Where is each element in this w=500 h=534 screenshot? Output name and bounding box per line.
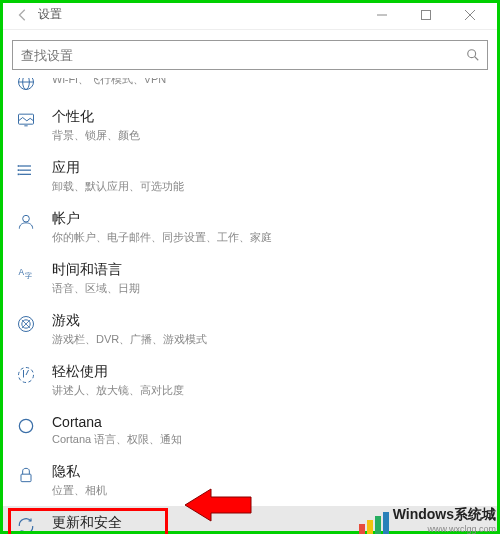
svg-point-6 — [19, 78, 34, 90]
ease-icon — [16, 365, 36, 385]
svg-point-7 — [23, 78, 30, 90]
time-icon: A字 — [16, 263, 36, 283]
settings-item-privacy[interactable]: 隐私 位置、相机 — [0, 455, 500, 506]
item-subtitle: 背景、锁屏、颜色 — [52, 128, 488, 143]
close-button[interactable] — [448, 0, 492, 30]
watermark-url: www.wxclgg.com — [393, 524, 496, 534]
item-title: 隐私 — [52, 463, 488, 481]
maximize-button[interactable] — [404, 0, 448, 30]
item-title: 轻松使用 — [52, 363, 488, 381]
svg-line-5 — [475, 57, 479, 61]
svg-rect-16 — [18, 174, 20, 176]
svg-rect-14 — [18, 165, 20, 167]
settings-item-ease[interactable]: 轻松使用 讲述人、放大镜、高对比度 — [0, 355, 500, 406]
item-title: 游戏 — [52, 312, 488, 330]
svg-text:A: A — [19, 267, 25, 277]
item-title: 个性化 — [52, 108, 488, 126]
cortana-icon — [16, 416, 36, 436]
svg-point-23 — [19, 419, 32, 432]
personalization-icon — [16, 110, 36, 130]
item-subtitle: Wi-Fi、飞行模式、VPN — [52, 78, 488, 87]
item-title: 应用 — [52, 159, 488, 177]
settings-item-network[interactable]: Wi-Fi、飞行模式、VPN — [0, 78, 500, 100]
item-subtitle: Cortana 语言、权限、通知 — [52, 432, 488, 447]
item-title: Cortana — [52, 414, 488, 430]
window-title: 设置 — [38, 6, 62, 23]
item-subtitle: 卸载、默认应用、可选功能 — [52, 179, 488, 194]
minimize-button[interactable] — [360, 0, 404, 30]
item-subtitle: 游戏栏、DVR、广播、游戏模式 — [52, 332, 488, 347]
item-subtitle: 语音、区域、日期 — [52, 281, 488, 296]
network-icon — [16, 78, 36, 92]
settings-list: Wi-Fi、飞行模式、VPN 个性化 背景、锁屏、颜色 应用 卸载、默认应用、可… — [0, 78, 500, 534]
svg-rect-24 — [21, 474, 31, 482]
apps-icon — [16, 161, 36, 181]
item-subtitle: 你的帐户、电子邮件、同步设置、工作、家庭 — [52, 230, 488, 245]
settings-item-cortana[interactable]: Cortana Cortana 语言、权限、通知 — [0, 406, 500, 455]
item-title: 帐户 — [52, 210, 488, 228]
svg-text:字: 字 — [25, 272, 32, 279]
accounts-icon — [16, 212, 36, 232]
item-subtitle: 位置、相机 — [52, 483, 488, 498]
back-button[interactable] — [8, 8, 38, 22]
watermark-title: Windows系统城 — [393, 506, 496, 524]
svg-point-17 — [23, 215, 30, 222]
watermark: Windows系统城 www.wxclgg.com — [359, 506, 496, 534]
settings-item-gaming[interactable]: 游戏 游戏栏、DVR、广播、游戏模式 — [0, 304, 500, 355]
item-subtitle: 讲述人、放大镜、高对比度 — [52, 383, 488, 398]
settings-item-apps[interactable]: 应用 卸载、默认应用、可选功能 — [0, 151, 500, 202]
watermark-logo — [359, 512, 389, 534]
search-container — [12, 40, 488, 70]
search-icon — [466, 48, 480, 62]
settings-item-time[interactable]: A字 时间和语言 语音、区域、日期 — [0, 253, 500, 304]
titlebar: 设置 — [0, 0, 500, 30]
update-icon — [16, 516, 36, 534]
gaming-icon — [16, 314, 36, 334]
search-input[interactable] — [12, 40, 488, 70]
privacy-icon — [16, 465, 36, 485]
svg-rect-1 — [422, 10, 431, 19]
svg-rect-15 — [18, 169, 20, 171]
svg-point-4 — [468, 50, 476, 58]
settings-item-personalization[interactable]: 个性化 背景、锁屏、颜色 — [0, 100, 500, 151]
settings-item-accounts[interactable]: 帐户 你的帐户、电子邮件、同步设置、工作、家庭 — [0, 202, 500, 253]
item-title: 时间和语言 — [52, 261, 488, 279]
